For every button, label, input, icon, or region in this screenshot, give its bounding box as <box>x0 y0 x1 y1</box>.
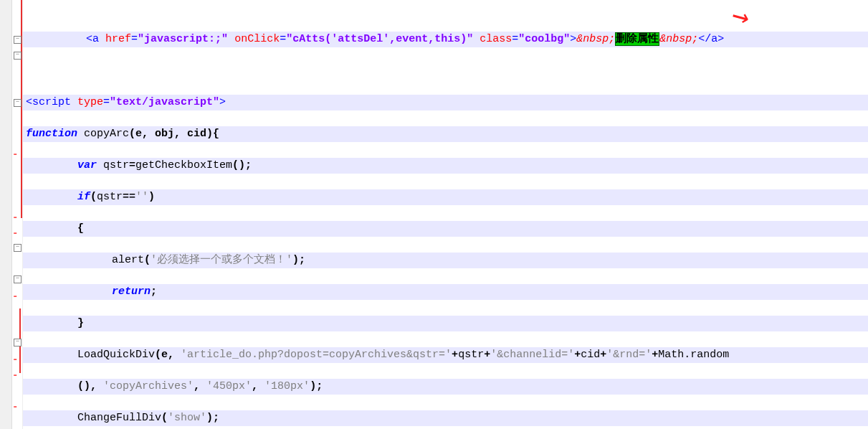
fold-dash: - <box>12 352 18 367</box>
highlighted-text: 删除属性 <box>615 32 659 46</box>
change-marker <box>21 0 22 218</box>
fold-dash: - <box>12 288 18 304</box>
code-line: LoadQuickDiv(e, 'article_do.php?dopost=c… <box>23 347 868 363</box>
code-line: function copyArc(e, obj, cid){ <box>23 126 868 142</box>
code-editor: − − − - - - − − - − - - - ↘ <a href="jav… <box>0 0 868 429</box>
fold-dash: - <box>12 399 18 415</box>
fold-column: − − − - - - − − - − - - - <box>12 0 23 429</box>
code-line: alert('必须选择一个或多个文档！'); <box>23 253 868 268</box>
fold-toggle[interactable]: − <box>14 99 22 107</box>
code-line: ChangeFullDiv('show'); <box>23 410 868 426</box>
fold-dash: - <box>12 225 18 241</box>
code-line: return; <box>23 284 868 300</box>
annotation-arrow: ↘ <box>728 5 751 27</box>
code-line: <script type="text/javascript"> <box>23 95 868 110</box>
fold-toggle[interactable]: − <box>14 36 22 44</box>
code-line: { <box>23 221 868 237</box>
fold-toggle[interactable]: − <box>14 244 22 252</box>
fold-dash: - <box>12 209 18 225</box>
code-line <box>23 63 868 79</box>
code-line: var qstr=getCheckboxItem(); <box>23 158 868 174</box>
fold-toggle[interactable]: − <box>14 52 22 60</box>
line-gutter <box>0 0 12 429</box>
fold-toggle[interactable]: − <box>14 339 22 346</box>
code-area[interactable]: ↘ <a href="javascript:;" onClick="cAtts(… <box>23 0 868 429</box>
code-line: <a href="javascript:;" onClick="cAtts('a… <box>23 32 868 47</box>
fold-dash: - <box>12 146 18 162</box>
fold-toggle[interactable]: − <box>14 275 22 283</box>
code-line: (), 'copyArchives', '450px', '180px'); <box>23 379 868 395</box>
fold-dash: - <box>12 367 18 383</box>
code-line: } <box>23 316 868 331</box>
code-line: if(qstr=='') <box>23 189 868 205</box>
